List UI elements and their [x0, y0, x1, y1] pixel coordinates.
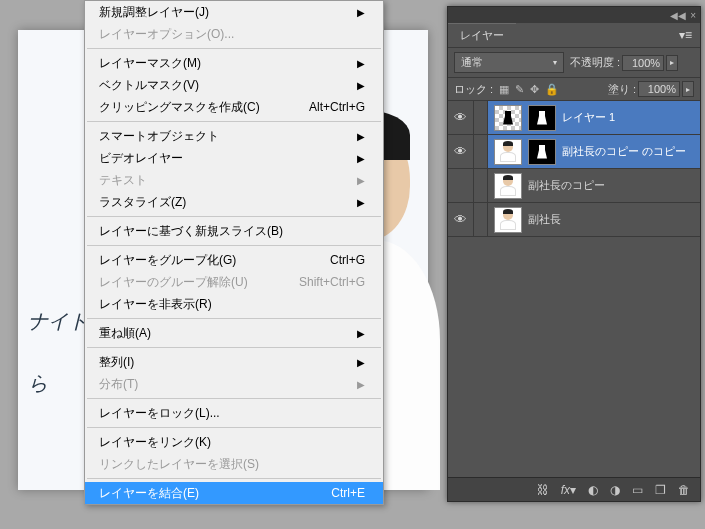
menu-item[interactable]: 重ね順(A)▶: [85, 322, 383, 344]
opacity-stepper[interactable]: ▸: [666, 55, 678, 71]
adjustment-layer-icon[interactable]: ◑: [610, 483, 620, 497]
lock-transparency-icon[interactable]: ▦: [499, 83, 509, 96]
menu-item[interactable]: レイヤーをグループ化(G)Ctrl+G: [85, 249, 383, 271]
layer-main[interactable]: 副社長のコピー のコピー: [488, 135, 700, 168]
visibility-toggle[interactable]: 👁: [448, 135, 474, 168]
fill-label: 塗り :: [608, 82, 636, 97]
layer-fx-icon[interactable]: fx▾: [561, 483, 576, 497]
menu-item-label: レイヤーオプション(O)...: [99, 26, 234, 43]
panel-collapse-icon[interactable]: ◀◀: [670, 10, 686, 21]
panel-menu-icon[interactable]: ▾≡: [671, 28, 700, 42]
menu-item-label: テキスト: [99, 172, 147, 189]
menu-item-label: レイヤーのグループ解除(U): [99, 274, 248, 291]
layer-main[interactable]: 副社長のコピー: [488, 169, 700, 202]
menu-item[interactable]: 新規調整レイヤー(J)▶: [85, 1, 383, 23]
menu-item[interactable]: レイヤーに基づく新規スライス(B): [85, 220, 383, 242]
eye-icon: 👁: [454, 212, 467, 227]
handwriting-1: ナイト: [28, 308, 88, 335]
menu-item[interactable]: レイヤーマスク(M)▶: [85, 52, 383, 74]
layer-name: 副社長のコピー のコピー: [562, 144, 686, 159]
lock-label: ロック :: [454, 82, 493, 97]
blend-mode-value: 通常: [461, 55, 483, 70]
submenu-arrow-icon: ▶: [357, 357, 365, 368]
menu-item[interactable]: ベクトルマスク(V)▶: [85, 74, 383, 96]
menu-separator: [87, 398, 381, 399]
menu-item: リンクしたレイヤーを選択(S): [85, 453, 383, 475]
tab-layers[interactable]: レイヤー: [448, 23, 516, 47]
lock-paint-icon[interactable]: ✎: [515, 83, 524, 96]
layer-mask-thumbnail: [528, 105, 556, 131]
menu-separator: [87, 216, 381, 217]
menu-item-label: レイヤーに基づく新規スライス(B): [99, 223, 283, 240]
menu-item-label: ラスタライズ(Z): [99, 194, 186, 211]
menu-item[interactable]: スマートオブジェクト▶: [85, 125, 383, 147]
menu-item[interactable]: レイヤーをロック(L)...: [85, 402, 383, 424]
menu-item-label: レイヤーを結合(E): [99, 485, 199, 502]
new-group-icon[interactable]: ▭: [632, 483, 643, 497]
menu-item-label: 新規調整レイヤー(J): [99, 4, 209, 21]
link-layers-icon[interactable]: ⛓: [537, 483, 549, 497]
menu-item-label: レイヤーをロック(L)...: [99, 405, 220, 422]
menu-item-shortcut: Ctrl+G: [330, 253, 365, 267]
layer-thumbnail: [494, 207, 522, 233]
menu-item-shortcut: Alt+Ctrl+G: [309, 100, 365, 114]
panel-close-icon[interactable]: ×: [690, 10, 696, 21]
lock-position-icon[interactable]: ✥: [530, 83, 539, 96]
menu-item-label: 整列(I): [99, 354, 134, 371]
menu-item-label: クリッピングマスクを作成(C): [99, 99, 260, 116]
fill-stepper[interactable]: ▸: [682, 81, 694, 97]
new-layer-icon[interactable]: ❐: [655, 483, 666, 497]
layer-thumbnail: [494, 173, 522, 199]
layer-name: レイヤー 1: [562, 110, 615, 125]
visibility-toggle[interactable]: 👁: [448, 203, 474, 236]
lock-all-icon[interactable]: 🔒: [545, 83, 559, 96]
opacity-label: 不透明度 :: [570, 55, 620, 70]
layer-main[interactable]: 副社長: [488, 203, 700, 236]
menu-item[interactable]: 整列(I)▶: [85, 351, 383, 373]
delete-layer-icon[interactable]: 🗑: [678, 483, 690, 497]
menu-item[interactable]: レイヤーを結合(E)Ctrl+E: [85, 482, 383, 504]
submenu-arrow-icon: ▶: [357, 7, 365, 18]
layer-thumbnail: [494, 139, 522, 165]
menu-separator: [87, 121, 381, 122]
opacity-input[interactable]: 100%: [622, 55, 664, 71]
layer-name: 副社長のコピー: [528, 178, 605, 193]
layer-row[interactable]: 副社長のコピー: [448, 169, 700, 203]
menu-separator: [87, 245, 381, 246]
eye-icon: 👁: [454, 110, 467, 125]
menu-item-label: ビデオレイヤー: [99, 150, 183, 167]
menu-item: テキスト▶: [85, 169, 383, 191]
menu-item-shortcut: Ctrl+E: [331, 486, 365, 500]
menu-separator: [87, 318, 381, 319]
submenu-arrow-icon: ▶: [357, 328, 365, 339]
menu-item[interactable]: ビデオレイヤー▶: [85, 147, 383, 169]
visibility-toggle[interactable]: [448, 169, 474, 202]
panel-tab-row: レイヤー ▾≡: [448, 23, 700, 47]
menu-item[interactable]: クリッピングマスクを作成(C)Alt+Ctrl+G: [85, 96, 383, 118]
submenu-arrow-icon: ▶: [357, 80, 365, 91]
panel-titlebar[interactable]: ◀◀ ×: [448, 7, 700, 23]
layer-row[interactable]: 👁副社長のコピー のコピー: [448, 135, 700, 169]
menu-separator: [87, 478, 381, 479]
menu-item-shortcut: Shift+Ctrl+G: [299, 275, 365, 289]
menu-item[interactable]: ラスタライズ(Z)▶: [85, 191, 383, 213]
chevron-down-icon: ▾: [553, 58, 557, 67]
layer-row[interactable]: 👁レイヤー 1: [448, 101, 700, 135]
menu-item[interactable]: レイヤーをリンク(K): [85, 431, 383, 453]
menu-item-label: レイヤーをグループ化(G): [99, 252, 236, 269]
submenu-arrow-icon: ▶: [357, 58, 365, 69]
fill-input[interactable]: 100%: [638, 81, 680, 97]
link-column: [474, 169, 488, 202]
layer-list: 👁レイヤー 1👁副社長のコピー のコピー副社長のコピー👁副社長: [448, 101, 700, 501]
layer-row[interactable]: 👁副社長: [448, 203, 700, 237]
blend-mode-dropdown[interactable]: 通常 ▾: [454, 52, 564, 73]
panel-footer: ⛓ fx▾ ◐ ◑ ▭ ❐ 🗑: [448, 477, 700, 501]
layer-main[interactable]: レイヤー 1: [488, 101, 700, 134]
visibility-toggle[interactable]: 👁: [448, 101, 474, 134]
menu-item-label: 分布(T): [99, 376, 138, 393]
lock-row: ロック : ▦ ✎ ✥ 🔒 塗り : 100% ▸: [448, 78, 700, 101]
panel-controls-row: 通常 ▾ 不透明度 : 100% ▸: [448, 47, 700, 78]
menu-item[interactable]: レイヤーを非表示(R): [85, 293, 383, 315]
layer-mask-icon[interactable]: ◐: [588, 483, 598, 497]
menu-separator: [87, 427, 381, 428]
